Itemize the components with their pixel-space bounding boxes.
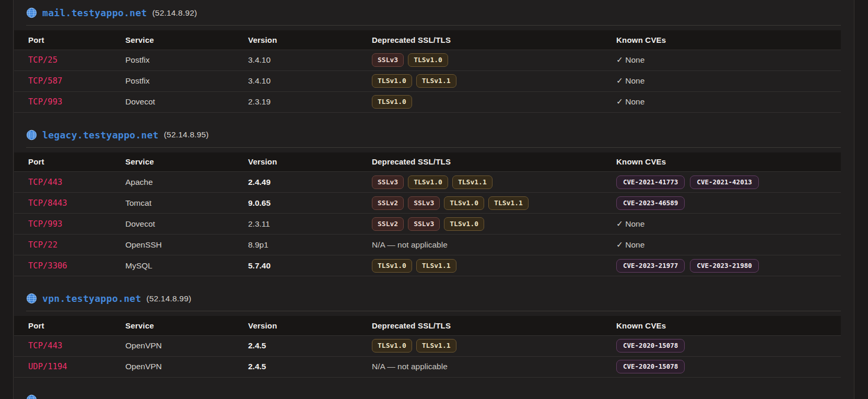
service-cell: Tomcat (125, 193, 248, 214)
ssl-cell: TLSv1.0 (372, 91, 616, 112)
next-host-section-partial (14, 393, 841, 399)
cve-badge[interactable]: CVE-2023-46589 (616, 196, 685, 210)
port-cell: TCP/993 (14, 91, 125, 112)
host-header: legacy.testyappo.net(52.14.8.95) (26, 128, 841, 148)
port-cell: TCP/25 (14, 50, 125, 71)
column-header: Deprecated SSL/TLS (372, 30, 616, 50)
ssl-protocol-badge: TLSv1.0 (408, 53, 448, 67)
cve-badge[interactable]: CVE-2021-41773 (616, 175, 685, 189)
host-ip: (52.14.8.99) (146, 294, 191, 303)
version-cell: 8.9p1 (248, 234, 372, 255)
column-header: Known CVEs (616, 316, 841, 335)
service-cell: OpenVPN (125, 356, 248, 377)
version-cell: 9.0.65 (248, 193, 372, 214)
port-cell: TCP/443 (14, 335, 125, 356)
cve-badge[interactable]: CVE-2020-15078 (616, 339, 685, 353)
ssl-cell: SSLv2SSLv3TLSv1.0 (372, 214, 616, 234)
hostname-link[interactable]: legacy.testyappo.net (42, 130, 159, 140)
cve-badge[interactable]: CVE-2020-15078 (616, 360, 685, 373)
ssl-protocol-badge: TLSv1.0 (372, 74, 412, 88)
service-cell: Postfix (125, 50, 248, 71)
port-cell: TCP/3306 (14, 255, 125, 276)
host-ip: (52.14.8.92) (152, 8, 197, 18)
cves-cell: ✓ None (616, 50, 841, 71)
version-cell: 5.7.40 (248, 255, 372, 276)
port-cell: TCP/22 (14, 234, 125, 255)
port-table: PortServiceVersionDeprecated SSL/TLSKnow… (14, 316, 841, 378)
port-cell: TCP/443 (14, 172, 125, 193)
no-cves: ✓ None (616, 240, 644, 249)
table-row: TCP/443OpenVPN2.4.5TLSv1.0TLSv1.1CVE-202… (14, 335, 841, 356)
scan-report: mail.testyappo.net(52.14.8.92)PortServic… (14, 0, 853, 399)
table-row: TCP/22OpenSSH8.9p1N/A — not applicable✓ … (14, 234, 841, 255)
version-cell: 3.4.10 (248, 71, 372, 91)
ssl-cell: SSLv2SSLv3TLSv1.0TLSv1.1 (372, 193, 616, 214)
version-cell: 2.3.11 (248, 214, 372, 234)
ssl-protocol-badge: SSLv2 (372, 217, 404, 231)
column-header: Port (14, 30, 125, 50)
no-cves: ✓ None (616, 76, 644, 85)
column-header: Known CVEs (616, 152, 841, 172)
cve-badge[interactable]: CVE-2023-21980 (690, 259, 758, 273)
globe-icon (26, 130, 37, 140)
cves-cell: CVE-2020-15078 (616, 335, 841, 356)
ssl-protocol-badge: TLSv1.0 (444, 217, 484, 231)
service-cell: Dovecot (125, 214, 248, 234)
no-cves: ✓ None (616, 97, 644, 106)
service-cell: Postfix (125, 71, 248, 91)
port-table: PortServiceVersionDeprecated SSL/TLSKnow… (14, 30, 841, 113)
column-header: Port (14, 152, 125, 172)
cves-cell: CVE-2023-21977CVE-2023-21980 (616, 255, 841, 276)
ssl-protocol-badge: SSLv2 (372, 196, 404, 210)
column-header: Deprecated SSL/TLS (372, 152, 616, 172)
table-row: TCP/8443Tomcat9.0.65SSLv2SSLv3TLSv1.0TLS… (14, 193, 841, 214)
cves-cell: ✓ None (616, 91, 841, 112)
table-header-row: PortServiceVersionDeprecated SSL/TLSKnow… (14, 316, 841, 335)
ssl-protocol-badge: TLSv1.1 (416, 339, 456, 353)
version-cell: 2.4.49 (248, 172, 372, 193)
hostname-link[interactable]: vpn.testyappo.net (42, 293, 141, 304)
cve-badge[interactable]: CVE-2023-21977 (616, 259, 685, 273)
cves-cell: CVE-2023-46589 (616, 193, 841, 214)
table-header-row: PortServiceVersionDeprecated SSL/TLSKnow… (14, 152, 841, 172)
version-cell: 2.4.5 (248, 335, 372, 356)
cves-cell: ✓ None (616, 214, 841, 234)
ssl-not-applicable: N/A — not applicable (372, 362, 448, 371)
table-row: TCP/25Postfix3.4.10SSLv3TLSv1.0✓ None (14, 50, 841, 71)
column-header: Service (125, 152, 248, 172)
ssl-cell: SSLv3TLSv1.0 (372, 50, 616, 71)
cves-cell: CVE-2020-15078 (616, 356, 841, 377)
port-table: PortServiceVersionDeprecated SSL/TLSKnow… (14, 152, 841, 277)
service-cell: MySQL (125, 255, 248, 276)
host-section: vpn.testyappo.net(52.14.8.99)PortService… (14, 292, 841, 378)
version-cell: 2.3.19 (248, 91, 372, 112)
ssl-protocol-badge: TLSv1.0 (444, 196, 484, 210)
cves-cell: ✓ None (616, 71, 841, 91)
column-header: Known CVEs (616, 30, 841, 50)
host-header: mail.testyappo.net(52.14.8.92) (26, 6, 841, 26)
no-cves: ✓ None (616, 55, 644, 64)
ssl-cell: TLSv1.0TLSv1.1 (372, 335, 616, 356)
ssl-protocol-badge: TLSv1.1 (416, 74, 456, 88)
port-cell: UDP/1194 (14, 356, 125, 377)
table-row: TCP/993Dovecot2.3.19TLSv1.0✓ None (14, 91, 841, 112)
service-cell: Dovecot (125, 91, 248, 112)
table-row: UDP/1194OpenVPN2.4.5N/A — not applicable… (14, 356, 841, 377)
globe-icon (26, 394, 37, 399)
host-section: mail.testyappo.net(52.14.8.92)PortServic… (14, 6, 841, 113)
host-ip: (52.14.8.95) (164, 130, 209, 139)
ssl-protocol-badge: SSLv3 (408, 196, 440, 210)
globe-icon (26, 7, 37, 18)
ssl-protocol-badge: TLSv1.1 (488, 196, 529, 210)
table-row: TCP/993Dovecot2.3.11SSLv2SSLv3TLSv1.0✓ N… (14, 214, 841, 234)
host-section: legacy.testyappo.net(52.14.8.95)PortServ… (14, 128, 841, 277)
cves-cell: ✓ None (616, 234, 841, 255)
version-cell: 2.4.5 (248, 356, 372, 377)
hostname-link[interactable]: mail.testyappo.net (42, 7, 147, 18)
cves-cell: CVE-2021-41773CVE-2021-42013 (616, 172, 841, 193)
ssl-protocol-badge: TLSv1.1 (452, 175, 492, 189)
ssl-protocol-badge: TLSv1.0 (372, 259, 412, 273)
cve-badge[interactable]: CVE-2021-42013 (690, 175, 758, 189)
ssl-cell: TLSv1.0TLSv1.1 (372, 71, 616, 91)
ssl-protocol-badge: TLSv1.1 (416, 259, 456, 273)
